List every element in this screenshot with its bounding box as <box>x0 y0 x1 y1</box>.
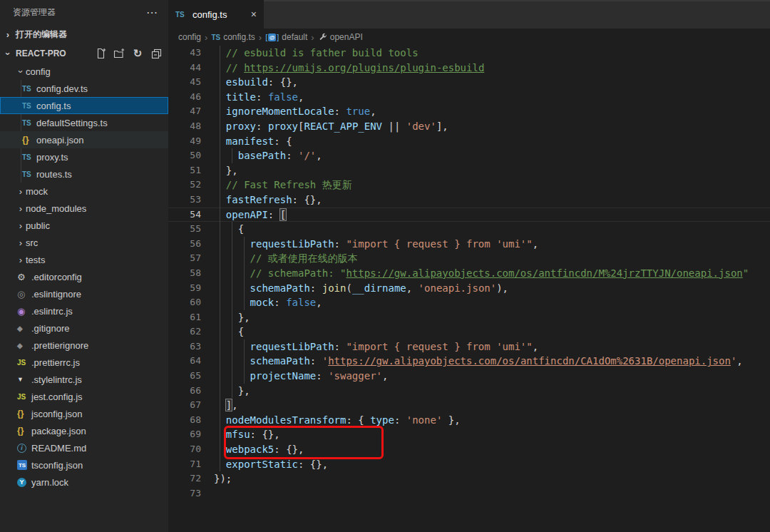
line-number: 43 <box>168 46 201 61</box>
code-line[interactable]: 48 proxy: proxy[REACT_APP_ENV || 'dev'], <box>168 119 770 134</box>
tree-item-config.dev.ts[interactable]: TSconfig.dev.ts <box>0 80 168 97</box>
code-line[interactable]: 51 }, <box>168 163 770 178</box>
refresh-icon[interactable]: ↻ <box>131 47 144 60</box>
code-line[interactable]: 49 manifest: { <box>168 134 770 149</box>
code-line[interactable]: 58 // schemaPath: "https://gw.alipayobje… <box>168 266 770 281</box>
indent-guide <box>220 369 220 384</box>
code-editor[interactable]: 43 // esbuild is father build tools44 //… <box>168 46 770 532</box>
tab-config-ts[interactable]: TS config.ts × <box>168 0 264 29</box>
tree-item-.prettierrc.js[interactable]: JS.prettierrc.js <box>0 354 168 371</box>
code-line[interactable]: 46 title: false, <box>168 90 770 105</box>
chevron-right-icon: › <box>16 255 26 265</box>
breadcrumb-item-config[interactable]: config <box>178 32 201 42</box>
tree-item-config[interactable]: ›config <box>0 63 168 80</box>
indent-guide <box>220 222 220 237</box>
tree-item-proxy.ts[interactable]: TSproxy.ts <box>0 148 168 165</box>
code-line[interactable]: 45 esbuild: {}, <box>168 75 770 90</box>
code-line[interactable]: 65 projectName: 'swagger', <box>168 369 770 384</box>
tree-item-config.ts[interactable]: TSconfig.ts <box>0 97 168 114</box>
tree-item-jest.config.js[interactable]: JSjest.config.js <box>0 388 168 405</box>
tree-item-jsconfig.json[interactable]: {}jsconfig.json <box>0 405 168 422</box>
tree-item-routes.ts[interactable]: TSroutes.ts <box>0 165 168 183</box>
indent-guide <box>220 193 220 208</box>
indent-guide <box>232 324 232 339</box>
code-line[interactable]: 68 nodeModulesTransform: { type: 'none' … <box>168 413 770 428</box>
breadcrumb-label: config.ts <box>223 32 255 42</box>
code-line[interactable]: 67 ], <box>168 398 770 413</box>
tree-item-oneapi.json[interactable]: {}oneapi.json <box>0 131 168 148</box>
code-line[interactable]: 62 { <box>168 324 770 339</box>
code-line[interactable]: 72}); <box>168 471 770 486</box>
code-line[interactable]: 56 requestLibPath: "import { request } f… <box>168 237 770 252</box>
code-line[interactable]: 63 requestLibPath: "import { request } f… <box>168 339 770 354</box>
indent-guide <box>232 237 232 252</box>
new-folder-icon[interactable] <box>113 47 125 60</box>
code-line[interactable]: 52 // Fast Refresh 热更新 <box>168 178 770 193</box>
collapse-all-icon[interactable] <box>150 47 163 60</box>
code-line[interactable]: 70 webpack5: {}, <box>168 442 770 457</box>
line-number: 47 <box>168 104 201 119</box>
tree-item-.eslintignore[interactable]: ◎.eslintignore <box>0 285 168 302</box>
code-line[interactable]: 53 fastRefresh: {}, <box>168 193 770 208</box>
project-actions: ↻ <box>94 47 163 60</box>
indent-guide <box>220 384 220 399</box>
tree-item-package.json[interactable]: {}package.json <box>0 422 168 439</box>
tree-item-.editorconfig[interactable]: ⚙.editorconfig <box>0 268 168 285</box>
tree-item-src[interactable]: ›src <box>0 234 168 251</box>
tree-item-label: .prettierignore <box>31 340 88 351</box>
line-number: 45 <box>168 75 201 90</box>
new-file-icon[interactable] <box>94 47 107 60</box>
tree-item-mock[interactable]: ›mock <box>0 183 168 200</box>
symbol-default-export-icon: [@] <box>265 33 279 41</box>
tree-item-defaultSettings.ts[interactable]: TSdefaultSettings.ts <box>0 114 168 131</box>
tree-item-node_modules[interactable]: ›node_modules <box>0 200 168 217</box>
code-line[interactable]: 44 // https://umijs.org/plugins/plugin-e… <box>168 61 770 76</box>
tree-item-yarn.lock[interactable]: Yyarn.lock <box>0 474 168 491</box>
tree-item-label: jest.config.js <box>31 392 83 402</box>
tree-item-label: jsconfig.json <box>31 409 83 419</box>
code-line[interactable]: 55 { <box>168 222 770 237</box>
indent-guide <box>232 266 232 281</box>
breadcrumb-item-default[interactable]: [@]default <box>265 32 307 42</box>
tree-item-label: .gitignore <box>31 323 69 334</box>
javascript-icon: JS <box>17 393 31 401</box>
tree-item-tests[interactable]: ›tests <box>0 251 168 268</box>
code-line[interactable]: 71 exportStatic: {}, <box>168 457 770 472</box>
tree-item-.stylelintrc.js[interactable]: ▼.stylelintrc.js <box>0 371 168 388</box>
code-line[interactable]: 61 }, <box>168 310 770 325</box>
breadcrumb: config›TSconfig.ts›[@]default›openAPI <box>168 29 770 46</box>
line-number: 69 <box>168 427 201 442</box>
line-number: 50 <box>168 148 201 163</box>
breadcrumb-label: openAPI <box>330 32 363 42</box>
tree-item-README.md[interactable]: iREADME.md <box>0 439 168 456</box>
tree-item-.gitignore[interactable]: ◆.gitignore <box>0 319 168 337</box>
code-line[interactable]: 64 schemaPath: 'https://gw.alipayobjects… <box>168 354 770 369</box>
code-line[interactable]: 54 openAPI: [ <box>168 208 770 222</box>
code-line[interactable]: 43 // esbuild is father build tools <box>168 46 770 61</box>
tree-item-.prettierignore[interactable]: ◆.prettierignore <box>0 337 168 354</box>
tree-item-tsconfig.json[interactable]: TStsconfig.json <box>0 456 168 474</box>
breadcrumb-item-openAPI[interactable]: openAPI <box>318 32 363 42</box>
more-actions-icon[interactable]: ⋯ <box>146 6 158 19</box>
open-editors-section[interactable]: › 打开的编辑器 <box>0 24 168 44</box>
code-line[interactable]: 57 // 或者使用在线的版本 <box>168 251 770 266</box>
code-line[interactable]: 50 basePath: '/', <box>168 148 770 163</box>
project-root-row[interactable]: › REACT-PRO ↻ <box>0 44 168 63</box>
indent-guide <box>244 237 245 252</box>
tree-item-public[interactable]: ›public <box>0 217 168 234</box>
code-line[interactable]: 73 <box>168 486 770 501</box>
code-line[interactable]: 66 }, <box>168 384 770 399</box>
code-line[interactable]: 59 schemaPath: join(__dirname, 'oneapi.j… <box>168 281 770 296</box>
typescript-icon: TS <box>22 170 36 178</box>
code-line[interactable]: 47 ignoreMomentLocale: true, <box>168 104 770 119</box>
indent-guide <box>220 104 220 119</box>
breadcrumb-item-config.ts[interactable]: TSconfig.ts <box>211 32 255 42</box>
indent-guide <box>232 369 232 384</box>
typescript-icon: TS <box>22 153 36 161</box>
explorer-title: 资源管理器 <box>13 6 56 19</box>
typescript-icon: TS <box>22 102 36 110</box>
close-icon[interactable]: × <box>251 9 257 20</box>
code-line[interactable]: 69 mfsu: {}, <box>168 427 770 442</box>
tree-item-.eslintrc.js[interactable]: ◉.eslintrc.js <box>0 302 168 319</box>
code-line[interactable]: 60 mock: false, <box>168 295 770 310</box>
